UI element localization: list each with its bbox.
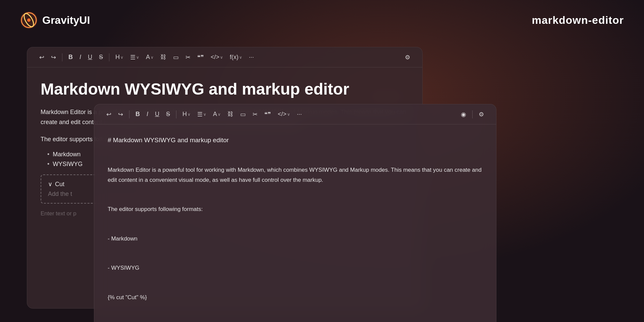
list-item-markdown-text-back: Markdown	[53, 151, 80, 158]
logo-icon	[20, 11, 38, 29]
list-button-front[interactable]: ☰ ∨	[195, 109, 209, 120]
chevron-right-icon: ∨	[48, 180, 52, 188]
underline-button-back[interactable]: U	[85, 52, 95, 63]
editor-back-title: Markdown WYSIWYG and markup editor	[41, 79, 409, 99]
logo-area: GravityUI	[20, 11, 90, 29]
bold-button-front[interactable]: B	[133, 109, 143, 120]
underline-button-front[interactable]: U	[152, 109, 162, 120]
bold-button-back[interactable]: B	[66, 52, 75, 63]
markup-list-wysiwyg: - WYSIWYG	[108, 263, 483, 273]
markup-list-markdown: - Markdown	[108, 234, 483, 244]
markup-empty-2	[108, 190, 483, 200]
note-button-front[interactable]: ▭	[237, 109, 249, 120]
code-button-back[interactable]: </> ∨	[208, 52, 226, 63]
link-button-back[interactable]: ⛓	[158, 52, 169, 63]
divider-1-back	[62, 53, 62, 61]
italic-button-front[interactable]: I	[144, 109, 151, 120]
font-button-front[interactable]: A ∨	[210, 109, 223, 120]
toolbar-front: ↩ ↪ B I U S H ∨ ☰ ∨ A ∨ ⛓ ▭ ✂ ❝❞ </> ∨ ·…	[94, 104, 496, 124]
cut-button-back[interactable]: ✂	[183, 52, 193, 63]
divider-2-front	[176, 110, 176, 118]
list-item-wysiwyg-text-back: WYSIWYG	[53, 161, 83, 168]
quote-button-front[interactable]: ❝❞	[262, 109, 274, 120]
code-button-front[interactable]: </> ∨	[275, 109, 293, 120]
markup-empty-5	[108, 278, 483, 288]
editor-front-content[interactable]: # Markdown WYSIWYG and markup editor Mar…	[94, 124, 496, 317]
strikethrough-button-back[interactable]: S	[96, 52, 106, 63]
divider-1-front	[129, 110, 129, 118]
undo-button-front[interactable]: ↩	[104, 109, 114, 120]
preview-button-front[interactable]: ◉	[458, 109, 469, 120]
divider-2-back	[109, 53, 109, 61]
list-button-back[interactable]: ☰ ∨	[127, 52, 142, 63]
quote-button-back[interactable]: ❝❞	[195, 52, 207, 63]
font-button-back[interactable]: A ∨	[143, 52, 156, 63]
func-button-back[interactable]: f(x) ∨	[227, 52, 245, 63]
cut-button-front[interactable]: ✂	[250, 109, 260, 120]
markup-cut-line: {% cut "Cut" %}	[108, 292, 483, 303]
redo-button-back[interactable]: ↪	[48, 52, 59, 63]
markup-heading-line: # Markdown WYSIWYG and markup editor	[108, 135, 483, 146]
italic-button-back[interactable]: I	[77, 52, 84, 63]
markup-empty-4	[108, 249, 483, 259]
toolbar-back: ↩ ↪ B I U S H ∨ ☰ ∨ A ∨ ⛓ ▭ ✂ ❝❞ </> ∨ f…	[27, 47, 422, 67]
settings-button-front[interactable]: ⚙	[476, 109, 487, 120]
link-button-front[interactable]: ⛓	[225, 109, 236, 120]
markup-body-line: Markdown Editor is a powerful tool for w…	[108, 165, 483, 185]
more-button-front[interactable]: ···	[294, 109, 305, 120]
cut-label-back: Cut	[55, 181, 64, 188]
logo-text: GravityUI	[42, 14, 90, 26]
heading-button-back[interactable]: H ∨	[113, 52, 126, 63]
markup-supports-line: The editor supports following formats:	[108, 204, 483, 214]
top-bar: GravityUI markdown-editor	[0, 0, 644, 40]
markup-empty-1	[108, 150, 483, 160]
svg-point-3	[27, 18, 31, 22]
editor-front: ↩ ↪ B I U S H ∨ ☰ ∨ A ∨ ⛓ ▭ ✂ ❝❞ </> ∨ ·…	[94, 104, 496, 322]
strikethrough-button-front[interactable]: S	[163, 109, 173, 120]
app-title: markdown-editor	[532, 14, 624, 26]
divider-3-front	[472, 110, 473, 118]
markup-empty-3	[108, 219, 483, 229]
more-button-back[interactable]: ···	[246, 52, 257, 63]
settings-button-back[interactable]: ⚙	[402, 52, 413, 63]
redo-button-front[interactable]: ↪	[115, 109, 126, 120]
undo-button-back[interactable]: ↩	[37, 52, 47, 63]
note-button-back[interactable]: ▭	[170, 52, 181, 63]
heading-button-front[interactable]: H ∨	[180, 109, 193, 120]
